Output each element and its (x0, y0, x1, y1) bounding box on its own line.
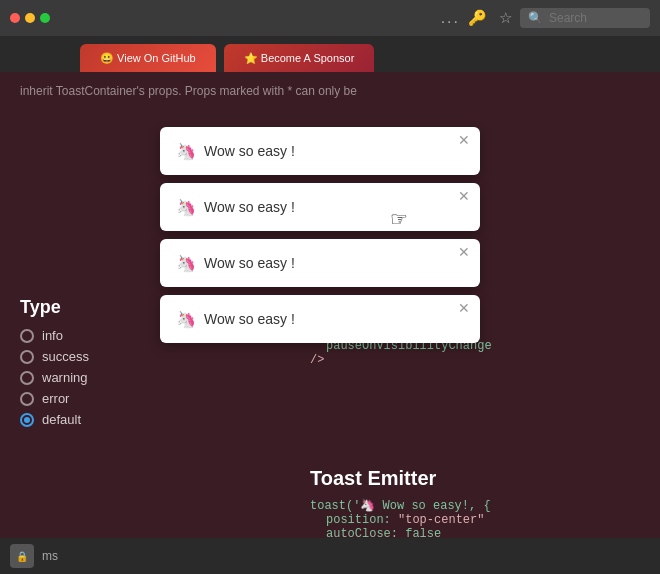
toast-2-text: Wow so easy ! (204, 199, 295, 215)
radio-warning-label: warning (42, 370, 88, 385)
browser-chrome: ... 🔑 ☆ 🔍 (0, 0, 660, 36)
radio-error[interactable] (20, 392, 34, 406)
toast-2-emoji: 🦄 (176, 198, 196, 217)
toast-3-text: Wow so easy ! (204, 255, 295, 271)
type-label: Type (20, 297, 89, 318)
toast-2: 🦄 Wow so easy ! ✕ (160, 183, 480, 231)
toast-4-close[interactable]: ✕ (458, 301, 470, 315)
more-options-icon[interactable]: ... (441, 9, 460, 27)
toast-4-text: Wow so easy ! (204, 311, 295, 327)
toast-1-text: Wow so easy ! (204, 143, 295, 159)
tab-github[interactable]: 😀 View On GitHub (80, 44, 216, 72)
close-button[interactable] (10, 13, 20, 23)
bookmark-icon[interactable]: ☆ (499, 9, 512, 27)
radio-default-label: default (42, 412, 81, 427)
toast-3-emoji: 🦄 (176, 254, 196, 273)
radio-success-label: success (42, 349, 89, 364)
tab-star[interactable]: ⭐ Become A Sponsor (224, 44, 375, 72)
radio-item-success[interactable]: success (20, 349, 89, 364)
search-icon: 🔍 (528, 11, 543, 25)
toast-code-line1: toast('🦄 Wow so easy!, { (310, 498, 640, 513)
ms-label: ms (42, 549, 58, 563)
radio-error-label: error (42, 391, 69, 406)
radio-success[interactable] (20, 350, 34, 364)
main-content: inherit ToastContainer's props. Props ma… (0, 72, 660, 574)
search-bar[interactable]: 🔍 (520, 8, 650, 28)
bottom-bar: 🔒 ms (0, 538, 660, 574)
pocket-icon[interactable]: 🔑 (468, 9, 487, 27)
radio-group: info success warning error default (20, 328, 89, 427)
lock-icon: 🔒 (10, 544, 34, 568)
radio-item-default[interactable]: default (20, 412, 89, 427)
tab-bar: 😀 View On GitHub ⭐ Become A Sponsor (0, 36, 660, 72)
toast-4: 🦄 Wow so easy ! ✕ (160, 295, 480, 343)
toast-1: 🦄 Wow so easy ! ✕ (160, 127, 480, 175)
radio-item-warning[interactable]: warning (20, 370, 89, 385)
toast-2-close[interactable]: ✕ (458, 189, 470, 203)
radio-info-label: info (42, 328, 63, 343)
toast-3-close[interactable]: ✕ (458, 245, 470, 259)
tab-github-label: 😀 View On GitHub (100, 52, 196, 65)
type-section: Type info success warning error default (0, 297, 109, 427)
radio-item-error[interactable]: error (20, 391, 89, 406)
radio-info[interactable] (20, 329, 34, 343)
search-input[interactable] (549, 11, 642, 25)
toast-1-close[interactable]: ✕ (458, 133, 470, 147)
toast-emitter-title: Toast Emitter (310, 467, 640, 490)
toast-4-emoji: 🦄 (176, 310, 196, 329)
toast-3: 🦄 Wow so easy ! ✕ (160, 239, 480, 287)
tab-star-label: ⭐ Become A Sponsor (244, 52, 355, 65)
browser-action-icons: 🔑 ☆ (468, 9, 512, 27)
radio-item-info[interactable]: info (20, 328, 89, 343)
toast-container: 🦄 Wow so easy ! ✕ 🦄 Wow so easy ! ✕ 🦄 Wo… (160, 127, 480, 343)
window-controls (10, 13, 50, 23)
radio-warning[interactable] (20, 371, 34, 385)
bg-text-line: inherit ToastContainer's props. Props ma… (20, 82, 640, 101)
radio-default[interactable] (20, 413, 34, 427)
code-tag-close: /> (310, 353, 640, 367)
minimize-button[interactable] (25, 13, 35, 23)
toast-code-line2: position: "top-center" (310, 513, 640, 527)
toast-1-emoji: 🦄 (176, 142, 196, 161)
maximize-button[interactable] (40, 13, 50, 23)
